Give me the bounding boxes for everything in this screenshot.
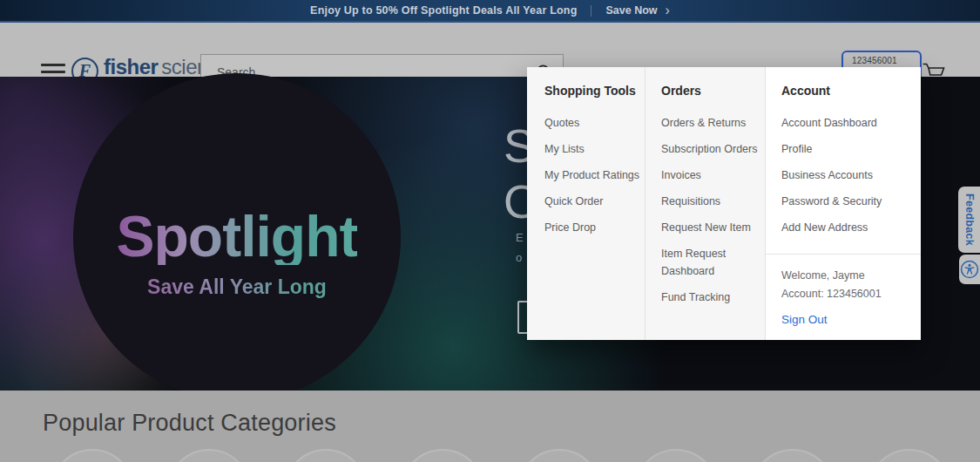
hamburger-icon — [41, 64, 65, 66]
promo-text: Enjoy Up to 50% Off Spotlight Deals All … — [310, 4, 577, 17]
welcome-block: Welcome, Jayme Account: 123456001 Sign O… — [781, 268, 905, 327]
category-circle[interactable] — [51, 449, 134, 462]
menu-item-profile[interactable]: Profile — [781, 140, 905, 158]
menu-item-price-drop[interactable]: Price Drop — [544, 219, 645, 236]
account-number-line: Account: 123456001 — [781, 287, 905, 302]
menu-item-account-dashboard[interactable]: Account Dashboard — [781, 114, 905, 132]
category-circle[interactable] — [868, 449, 951, 462]
save-now-label: Save Now — [605, 4, 657, 17]
category-circle[interactable] — [167, 449, 251, 462]
menu-item-orders-returns[interactable]: Orders & Returns — [661, 114, 765, 132]
menu-column-shopping-tools: Shopping Tools Quotes My Lists My Produc… — [527, 67, 645, 340]
promo-banner: Enjoy Up to 50% Off Spotlight Deals All … — [0, 0, 980, 23]
hero-clipped-text-2: o — [516, 251, 522, 264]
sign-out-link[interactable]: Sign Out — [781, 313, 828, 326]
welcome-text: Welcome, Jayme — [781, 268, 905, 283]
my-account-menu: Shopping Tools Quotes My Lists My Produc… — [527, 67, 921, 340]
menu-heading-account: Account — [781, 83, 905, 99]
menu-item-fund-tracking[interactable]: Fund Tracking — [661, 289, 765, 306]
category-circle[interactable] — [751, 449, 835, 462]
menu-item-quotes[interactable]: Quotes — [544, 114, 645, 132]
accessibility-icon — [960, 260, 979, 279]
feedback-tab[interactable]: Feedback — [958, 187, 980, 253]
menu-item-my-product-ratings[interactable]: My Product Ratings — [544, 166, 645, 184]
save-now-link[interactable]: Save Now › — [605, 4, 669, 17]
category-circle[interactable] — [634, 449, 718, 462]
hero-clipped-text-1: E — [516, 231, 524, 244]
menu-item-subscription-orders[interactable]: Subscription Orders — [661, 140, 765, 158]
menu-item-add-new-address[interactable]: Add New Address — [781, 219, 905, 236]
menu-heading-shopping-tools: Shopping Tools — [544, 83, 645, 99]
menu-item-requisitions[interactable]: Requisitions — [661, 193, 765, 210]
categories-heading: Popular Product Categories — [43, 410, 336, 437]
category-circle[interactable] — [401, 449, 484, 462]
menu-item-my-lists[interactable]: My Lists — [544, 140, 645, 158]
menu-item-request-new-item[interactable]: Request New Item — [661, 219, 765, 236]
brand-name-bold: fisher — [104, 55, 158, 78]
menu-item-password-security[interactable]: Password & Security — [781, 193, 905, 210]
menu-divider — [766, 254, 921, 255]
category-circle[interactable] — [284, 449, 368, 462]
popular-categories-section: Popular Product Categories — [0, 391, 980, 462]
spotlight-circle: Spotlight Save All Year Long — [73, 73, 401, 401]
page: Enjoy Up to 50% Off Spotlight Deals All … — [0, 0, 980, 462]
feedback-label: Feedback — [963, 194, 976, 246]
hero-headline: Spotlight — [117, 207, 358, 265]
menu-column-orders: Orders Orders & Returns Subscription Ord… — [645, 67, 766, 340]
menu-column-account: Account Account Dashboard Profile Busine… — [766, 67, 921, 340]
menu-heading-orders: Orders — [661, 83, 765, 99]
menu-item-invoices[interactable]: Invoices — [661, 166, 765, 184]
banner-divider — [591, 5, 591, 17]
menu-item-business-accounts[interactable]: Business Accounts — [781, 166, 905, 184]
chevron-right-icon: › — [666, 6, 670, 15]
account-number: 123456001 — [852, 56, 915, 65]
menu-item-item-request-dashboard[interactable]: Item Request Dashboard — [661, 245, 748, 280]
menu-item-quick-order[interactable]: Quick Order — [544, 193, 645, 210]
category-circle[interactable] — [517, 449, 601, 462]
accessibility-button[interactable] — [959, 255, 980, 284]
hero-subheadline: Save All Year Long — [147, 275, 327, 299]
